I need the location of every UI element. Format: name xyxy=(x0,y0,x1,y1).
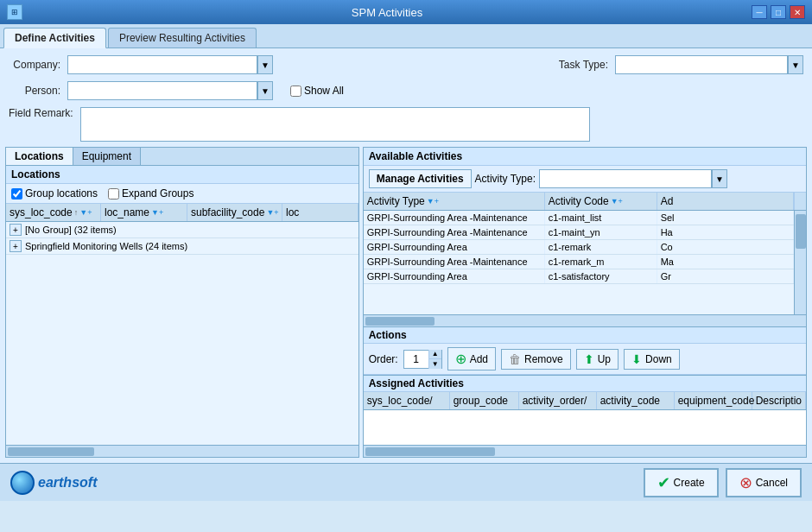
bottom-panes: Locations Equipment Locations Group loca… xyxy=(5,147,807,458)
title-bar: ⊞ SPM Activities ─ □ ✕ xyxy=(0,0,812,24)
left-tab-locations[interactable]: Locations xyxy=(6,148,73,165)
avail-cell-type-3: GRPI-Surrounding Area -Maintenance xyxy=(364,255,545,269)
company-dropdown-btn[interactable]: ▼ xyxy=(257,55,273,74)
assigned-h-scroll-thumb[interactable] xyxy=(365,447,495,456)
table-row[interactable]: GRPI-Surrounding Area -Maintenance c1-ma… xyxy=(364,211,794,225)
add-button[interactable]: ⊕ Add xyxy=(447,347,496,370)
spin-buttons: ▲ ▼ xyxy=(428,350,441,369)
close-button[interactable]: ✕ xyxy=(790,5,805,19)
available-h-scrollbar[interactable] xyxy=(364,314,806,326)
tab-preview-activities[interactable]: Preview Resulting Activities xyxy=(108,28,257,48)
assigned-col-desc-label: Descriptio xyxy=(756,395,802,407)
table-row[interactable]: GRPI-Surrounding Area c1-satisfactory Gr xyxy=(364,269,794,284)
assigned-col-equipment-label: equipment_code xyxy=(678,395,755,407)
assigned-col-order-label: activity_order/ xyxy=(523,395,587,407)
expand-btn-nogroup[interactable]: + xyxy=(10,224,22,236)
avail-vscroll-space xyxy=(794,193,806,210)
v-scroll-thumb[interactable] xyxy=(796,214,806,249)
down-label: Down xyxy=(645,353,672,365)
avail-cell-code-2: c1-remark xyxy=(545,240,657,254)
earthsoft-logo: earthsoft xyxy=(10,471,97,495)
list-item[interactable]: + Springfield Monitoring Wells (24 items… xyxy=(6,238,358,255)
left-pane: Locations Equipment Locations Group loca… xyxy=(5,147,359,458)
avail-cell-code-1: c1-maint_yn xyxy=(545,225,657,239)
tab-define-activities[interactable]: Define Activities xyxy=(3,28,106,48)
avail-cell-type-4: GRPI-Surrounding Area xyxy=(364,269,545,283)
avail-h-scroll-thumb[interactable] xyxy=(365,317,435,326)
avail-cell-type-0: GRPI-Surrounding Area -Maintenance xyxy=(364,211,545,225)
window-title: SPM Activities xyxy=(22,6,752,19)
table-row[interactable]: GRPI-Surrounding Area c1-remark Co xyxy=(364,240,794,255)
spin-down-button[interactable]: ▼ xyxy=(429,359,441,369)
down-button[interactable]: ⬇ Down xyxy=(624,349,680,370)
task-type-label: Task Type: xyxy=(539,59,608,71)
filter-icon-sysloc[interactable]: ▼+ xyxy=(79,208,92,217)
spin-up-button[interactable]: ▲ xyxy=(429,350,441,359)
order-label: Order: xyxy=(369,353,398,365)
filter-icon-subfacility[interactable]: ▼+ xyxy=(266,208,278,217)
footer-buttons: ✔ Create ⊗ Cancel xyxy=(644,468,802,497)
person-label: Person: xyxy=(9,85,60,97)
minimize-button[interactable]: ─ xyxy=(752,5,767,19)
remove-icon: 🗑 xyxy=(509,352,521,366)
task-type-input[interactable] xyxy=(615,55,788,74)
available-grid-container: GRPI-Surrounding Area -Maintenance c1-ma… xyxy=(364,211,806,314)
person-input[interactable] xyxy=(67,81,257,100)
left-tabs: Locations Equipment xyxy=(6,148,358,166)
expand-btn-springfield[interactable]: + xyxy=(10,240,22,252)
filter-icon-locname[interactable]: ▼+ xyxy=(151,208,163,217)
show-all-checkbox[interactable] xyxy=(290,86,301,97)
col-loc-label: loc xyxy=(286,206,299,218)
up-label: Up xyxy=(598,353,611,365)
create-button[interactable]: ✔ Create xyxy=(644,468,719,497)
left-tab-equipment[interactable]: Equipment xyxy=(73,148,141,165)
group-locations-checkbox[interactable] xyxy=(11,188,22,200)
show-all-checkbox-label[interactable]: Show All xyxy=(290,85,344,97)
cancel-button[interactable]: ⊗ Cancel xyxy=(726,468,802,497)
avail-cell-code-4: c1-satisfactory xyxy=(545,269,657,283)
remove-button[interactable]: 🗑 Remove xyxy=(501,349,571,370)
col-subfacility-label: subfacility_code xyxy=(191,206,264,218)
actions-title: Actions xyxy=(364,327,806,344)
activity-type-label: Activity Type: xyxy=(475,173,536,185)
add-icon: ⊕ xyxy=(455,351,466,367)
locations-h-scrollbar[interactable] xyxy=(6,445,358,457)
list-item[interactable]: + [No Group] (32 items) xyxy=(6,222,358,238)
available-v-scrollbar[interactable] xyxy=(794,211,806,314)
locations-section-title: Locations xyxy=(6,166,358,184)
avail-cell-type-1: GRPI-Surrounding Area -Maintenance xyxy=(364,225,545,239)
right-pane: Available Activities Manage Activities A… xyxy=(363,147,807,458)
up-icon: ⬆ xyxy=(584,352,594,366)
table-row[interactable]: GRPI-Surrounding Area -Maintenance c1-re… xyxy=(364,255,794,269)
assigned-grid-body[interactable] xyxy=(364,410,806,445)
assigned-h-scrollbar[interactable] xyxy=(364,445,806,457)
assigned-col-group-label: group_code xyxy=(454,395,508,407)
form-row-remark: Field Remark: xyxy=(5,105,807,143)
h-scroll-thumb[interactable] xyxy=(8,447,94,456)
order-input[interactable] xyxy=(404,353,428,365)
expand-groups-checkbox[interactable] xyxy=(108,188,119,200)
task-type-dropdown-btn[interactable]: ▼ xyxy=(788,55,803,74)
avail-filter-code[interactable]: ▼+ xyxy=(611,197,623,206)
maximize-button[interactable]: □ xyxy=(771,5,786,19)
up-button[interactable]: ⬆ Up xyxy=(576,349,619,370)
assigned-col-equipment: equipment_code xyxy=(675,392,752,409)
activity-type-dropdown-btn[interactable]: ▼ xyxy=(712,169,727,188)
available-grid-body[interactable]: GRPI-Surrounding Area -Maintenance c1-ma… xyxy=(364,211,794,314)
person-dropdown-btn[interactable]: ▼ xyxy=(257,81,273,100)
avail-cell-ad-3: Ma xyxy=(657,255,794,269)
avail-filter-type[interactable]: ▼+ xyxy=(427,197,439,206)
earthsoft-globe-icon xyxy=(10,471,35,495)
group-locations-label[interactable]: Group locations xyxy=(11,187,98,200)
col-loc-name-label: loc_name xyxy=(105,206,149,218)
expand-groups-label[interactable]: Expand Groups xyxy=(108,187,193,200)
activity-type-input[interactable] xyxy=(539,169,712,188)
manage-activities-button[interactable]: Manage Activities xyxy=(369,169,472,188)
company-input[interactable] xyxy=(67,55,257,74)
locations-grid-body[interactable]: + [No Group] (32 items) + Springfield Mo… xyxy=(6,222,358,445)
person-field-group: ▼ xyxy=(67,81,273,100)
activity-type-dropdown: ▼ xyxy=(539,169,727,188)
checkmark-icon: ✔ xyxy=(657,473,670,492)
table-row[interactable]: GRPI-Surrounding Area -Maintenance c1-ma… xyxy=(364,225,794,240)
field-remark-input[interactable] xyxy=(80,107,590,142)
